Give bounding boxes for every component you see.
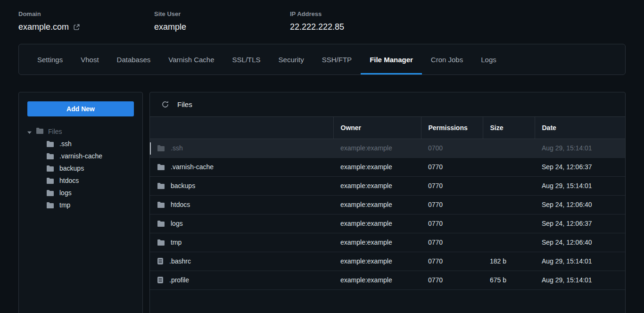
tab-settings[interactable]: Settings bbox=[28, 44, 72, 74]
tab-varnish-cache[interactable]: Varnish Cache bbox=[159, 44, 223, 74]
domain-block: Domain example.com bbox=[18, 10, 154, 44]
file-size bbox=[483, 157, 535, 176]
file-name: .profile bbox=[169, 276, 189, 284]
file-owner: example:example bbox=[333, 139, 421, 157]
tree-item-htdocs[interactable]: htdocs bbox=[27, 174, 134, 187]
table-row[interactable]: logsexample:example0770Sep 24, 12:06:37 bbox=[150, 214, 625, 233]
files-panel-header: Files bbox=[150, 92, 625, 117]
file-name: logs bbox=[171, 220, 183, 227]
tree-item-tmp[interactable]: tmp bbox=[27, 199, 134, 211]
folder-icon bbox=[46, 165, 54, 172]
column-owner: Owner bbox=[333, 117, 421, 139]
ip-address-value: 22.222.222.85 bbox=[290, 22, 344, 32]
tab-bar: SettingsVhostDatabasesVarnish CacheSSL/T… bbox=[18, 44, 626, 75]
ip-address-label: IP Address bbox=[290, 10, 426, 17]
file-date: Aug 29, 15:14:01 bbox=[535, 271, 625, 289]
file-size bbox=[483, 233, 535, 252]
tab-cron-jobs[interactable]: Cron Jobs bbox=[422, 44, 472, 74]
file-permissions: 0770 bbox=[421, 271, 483, 289]
site-user-label: Site User bbox=[154, 10, 290, 17]
files-panel: Files Owner Permissions Size Date .sshex… bbox=[149, 92, 626, 313]
table-row[interactable]: .sshexample:example0700Aug 29, 15:14:01 bbox=[150, 139, 625, 157]
tab-databases[interactable]: Databases bbox=[108, 44, 160, 74]
folder-icon bbox=[157, 164, 165, 170]
file-tree-sidebar: Add New Files .ssh.varnish-cachebackupsh… bbox=[18, 92, 143, 313]
tab-ssh-ftp[interactable]: SSH/FTP bbox=[313, 44, 361, 74]
file-permissions: 0770 bbox=[421, 157, 483, 176]
add-new-button[interactable]: Add New bbox=[27, 101, 134, 116]
column-permissions: Permissions bbox=[421, 117, 483, 139]
file-permissions: 0770 bbox=[421, 176, 483, 195]
file-permissions: 0770 bbox=[421, 252, 483, 271]
tree-item-label: logs bbox=[59, 189, 72, 197]
files-table: Owner Permissions Size Date .sshexample:… bbox=[150, 117, 625, 290]
tab-security[interactable]: Security bbox=[270, 44, 313, 74]
file-owner: example:example bbox=[333, 252, 421, 271]
file-name: tmp bbox=[171, 239, 182, 246]
tree-item-ssh[interactable]: .ssh bbox=[27, 138, 134, 150]
tree-item-label: htdocs bbox=[59, 177, 79, 184]
file-date: Aug 29, 15:14:01 bbox=[535, 252, 625, 271]
site-user-value: example bbox=[154, 22, 186, 32]
files-table-body: .sshexample:example0700Aug 29, 15:14:01.… bbox=[150, 139, 625, 289]
file-name: htdocs bbox=[171, 201, 190, 208]
column-size: Size bbox=[483, 117, 535, 139]
folder-icon bbox=[46, 153, 54, 159]
external-link-icon[interactable] bbox=[73, 24, 80, 31]
tab-vhost[interactable]: Vhost bbox=[72, 44, 107, 74]
file-icon bbox=[157, 257, 164, 265]
tab-ssl-tls[interactable]: SSL/TLS bbox=[223, 44, 270, 74]
file-size bbox=[483, 195, 535, 214]
tree-item-label: tmp bbox=[59, 201, 70, 209]
file-date: Sep 24, 12:06:40 bbox=[535, 233, 625, 252]
table-row[interactable]: .profileexample:example0770675 bAug 29, … bbox=[150, 271, 625, 289]
domain-label: Domain bbox=[18, 10, 154, 17]
table-row[interactable]: .varnish-cacheexample:example0770Sep 24,… bbox=[150, 157, 625, 176]
file-permissions: 0770 bbox=[421, 214, 483, 233]
tree-item-label: backups bbox=[59, 165, 84, 172]
tree-item-varnish-cache[interactable]: .varnish-cache bbox=[27, 150, 134, 162]
folder-icon bbox=[157, 220, 165, 227]
tree-root-label: Files bbox=[48, 128, 62, 135]
tree-item-backups[interactable]: backups bbox=[27, 162, 134, 174]
site-user-block: Site User example bbox=[154, 10, 290, 44]
column-date: Date bbox=[535, 117, 625, 139]
folder-icon bbox=[157, 145, 165, 151]
site-info-header: Domain example.com Site User example IP … bbox=[0, 0, 644, 44]
file-date: Aug 29, 15:14:01 bbox=[535, 139, 625, 157]
ip-address-block: IP Address 22.222.222.85 bbox=[290, 10, 426, 44]
chevron-down-icon bbox=[27, 128, 32, 135]
file-owner: example:example bbox=[333, 157, 421, 176]
tab-logs[interactable]: Logs bbox=[472, 44, 505, 74]
tree-item-label: .ssh bbox=[59, 140, 72, 148]
folder-icon bbox=[36, 127, 44, 135]
tab-file-manager[interactable]: File Manager bbox=[361, 44, 422, 74]
tree-root-files[interactable]: Files bbox=[27, 125, 134, 137]
tree-item-logs[interactable]: logs bbox=[27, 187, 134, 199]
file-permissions: 0770 bbox=[421, 233, 483, 252]
file-name: backups bbox=[171, 182, 195, 189]
file-size bbox=[483, 139, 535, 157]
file-owner: example:example bbox=[333, 195, 421, 214]
file-name: .bashrc bbox=[169, 257, 191, 265]
tree-item-label: .varnish-cache bbox=[59, 152, 102, 160]
file-owner: example:example bbox=[333, 233, 421, 252]
folder-icon bbox=[46, 177, 54, 184]
table-row[interactable]: tmpexample:example0770Sep 24, 12:06:40 bbox=[150, 233, 625, 252]
table-row[interactable]: htdocsexample:example0770Sep 24, 12:06:4… bbox=[150, 195, 625, 214]
file-tree: Files .ssh.varnish-cachebackupshtdocslog… bbox=[27, 125, 134, 211]
table-row[interactable]: .bashrcexample:example0770182 bAug 29, 1… bbox=[150, 252, 625, 271]
domain-value: example.com bbox=[18, 22, 69, 32]
table-row[interactable]: backupsexample:example0770Aug 29, 15:14:… bbox=[150, 176, 625, 195]
folder-icon bbox=[157, 239, 165, 246]
file-date: Aug 29, 15:14:01 bbox=[535, 176, 625, 195]
file-owner: example:example bbox=[333, 176, 421, 195]
folder-icon bbox=[157, 201, 165, 208]
file-size: 675 b bbox=[483, 271, 535, 289]
table-header-row: Owner Permissions Size Date bbox=[150, 117, 625, 139]
file-date: Sep 24, 12:06:37 bbox=[535, 214, 625, 233]
column-name bbox=[150, 117, 333, 139]
folder-icon bbox=[157, 182, 165, 189]
refresh-icon[interactable] bbox=[161, 100, 169, 108]
file-owner: example:example bbox=[333, 214, 421, 233]
